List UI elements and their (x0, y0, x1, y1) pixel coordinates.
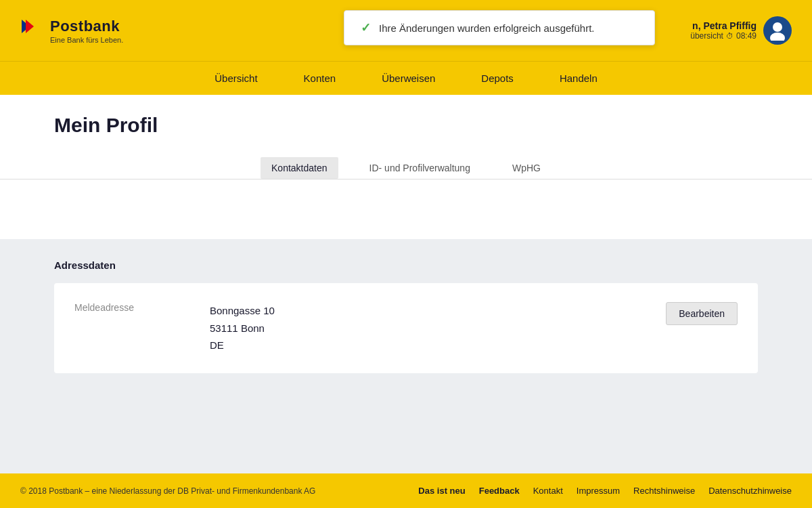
section-title: Adressdaten (54, 259, 758, 271)
svg-point-4 (770, 33, 785, 41)
footer-link-das-ist-neu[interactable]: Das ist neu (418, 486, 465, 496)
main-content: Mein Profil Kontaktdaten ID- und Profilv… (0, 95, 812, 239)
nav-item-uebersicht[interactable]: Übersicht (212, 68, 260, 88)
tabs-bar: Kontaktdaten ID- und Profilverwaltung Wp… (0, 148, 812, 179)
nav-item-ueberweisen[interactable]: Überweisen (379, 68, 438, 88)
address-street: Bonngasse 10 (210, 302, 652, 320)
footer: © 2018 Postbank – eine Niederlassung der… (0, 473, 812, 508)
footer-link-kontakt[interactable]: Kontakt (533, 486, 563, 496)
address-value: Bonngasse 10 53111 Bonn DE (210, 302, 652, 354)
footer-link-feedback[interactable]: Feedback (479, 486, 520, 496)
footer-link-rechtshinweise[interactable]: Rechtshinweise (633, 486, 695, 496)
avatar[interactable] (763, 16, 792, 45)
nav-item-depots[interactable]: Depots (478, 68, 516, 88)
logo-row: Postbank (20, 17, 120, 36)
clock-icon (726, 31, 734, 41)
page-title: Mein Profil (54, 114, 758, 137)
address-city: 53111 Bonn (210, 320, 652, 337)
user-name: n, Petra Pfiffig (690, 20, 757, 31)
nav-item-konten[interactable]: Konten (301, 68, 339, 88)
address-label: Meldeadresse (74, 302, 210, 313)
page-wrapper: Postbank Eine Bank fürs Leben. ✓ Ihre Än… (0, 0, 812, 508)
check-icon: ✓ (361, 20, 371, 35)
footer-link-datenschutzhinweise[interactable]: Datenschutzhinweise (708, 486, 792, 496)
footer-copyright: © 2018 Postbank – eine Niederlassung der… (20, 486, 315, 496)
footer-links: Das ist neu Feedback Kontakt Impressum R… (418, 486, 792, 496)
header-right: n, Petra Pfiffig übersicht 08:49 (690, 16, 792, 45)
logo-tagline: Eine Bank fürs Leben. (50, 36, 123, 44)
edit-address-button[interactable]: Bearbeiten (666, 302, 738, 325)
tab-id-profilverwaltung[interactable]: ID- und Profilverwaltung (359, 157, 481, 179)
postbank-logo-icon (20, 17, 45, 36)
header: Postbank Eine Bank fürs Leben. ✓ Ihre Än… (0, 0, 812, 61)
nav-bar: Übersicht Konten Überweisen Depots Hande… (0, 61, 812, 95)
notification-message: Ihre Änderungen wurden erfolgreich ausge… (379, 22, 595, 34)
tab-wphg[interactable]: WpHG (501, 157, 551, 179)
success-notification: ✓ Ihre Änderungen wurden erfolgreich aus… (344, 10, 655, 45)
nav-item-handeln[interactable]: Handeln (557, 68, 600, 88)
user-sub: übersicht 08:49 (690, 31, 757, 41)
gray-section: Adressdaten Meldeadresse Bonngasse 10 53… (0, 239, 812, 473)
user-overview-label: übersicht (690, 31, 723, 41)
address-country: DE (210, 337, 652, 354)
footer-link-impressum[interactable]: Impressum (577, 486, 620, 496)
user-info: n, Petra Pfiffig übersicht 08:49 (690, 20, 757, 41)
tab-kontaktdaten[interactable]: Kontaktdaten (261, 157, 338, 179)
address-card: Meldeadresse Bonngasse 10 53111 Bonn DE … (54, 283, 758, 373)
user-time: 08:49 (736, 31, 757, 41)
page-title-area: Mein Profil (0, 95, 812, 148)
svg-point-3 (773, 22, 782, 32)
logo-area: Postbank Eine Bank fürs Leben. (20, 17, 123, 44)
logo-name: Postbank (50, 18, 120, 35)
